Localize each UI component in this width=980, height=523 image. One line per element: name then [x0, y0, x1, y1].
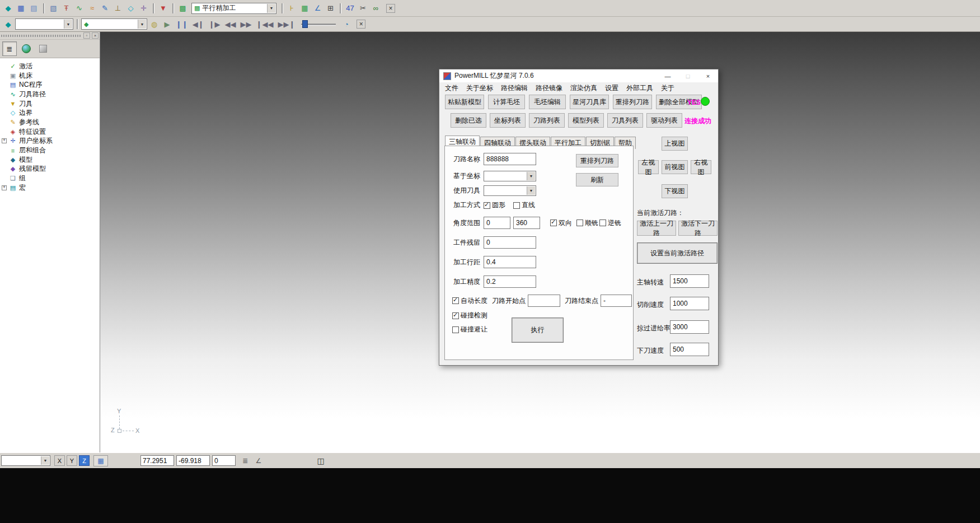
grid-toggle-button[interactable]: ▦	[93, 455, 108, 466]
toolpath-icon[interactable]: ∿	[73, 2, 85, 14]
clock-icon[interactable]: ◔	[340, 18, 352, 30]
calculator-icon[interactable]: ⊞	[325, 2, 336, 14]
coord-dropdown[interactable]: ▼	[484, 171, 536, 181]
checkbox-box[interactable]	[452, 297, 459, 304]
tree-item-boundaries[interactable]: ◇ 边界	[0, 108, 100, 118]
dialog-button[interactable]: 模型列表	[568, 113, 604, 128]
maximize-icon[interactable]: □	[678, 69, 698, 82]
rewind-icon[interactable]: ◀◀	[223, 18, 238, 30]
strategies-icon[interactable]: ▩	[177, 2, 189, 14]
set-active-path-button[interactable]: 设置当前激活路径	[637, 242, 718, 264]
refresh-button[interactable]: 刷新	[576, 173, 618, 186]
tree-item-levels-sets[interactable]: ≡ 层和组合	[0, 146, 100, 155]
tool-icon[interactable]: ⊥	[112, 2, 124, 14]
dialog-button[interactable]: 驱动列表	[646, 113, 682, 128]
dialog-button[interactable]: 毛坯编辑	[529, 95, 566, 109]
tree-item-machine[interactable]: ▣ 机床	[0, 71, 100, 81]
tree-item-patterns[interactable]: ✎ 参考线	[0, 118, 100, 127]
tree-item-groups[interactable]: ❏ 组	[0, 174, 100, 183]
x-axis-button[interactable]: X	[54, 455, 65, 466]
binoculars-icon[interactable]: ∞	[370, 2, 382, 14]
stats-icon[interactable]: 47	[344, 2, 356, 14]
coord-y-field[interactable]: -69.918	[176, 455, 210, 466]
tree-item-models[interactable]: ◆ 模型	[0, 155, 100, 165]
checkbox-box[interactable]	[550, 220, 557, 226]
stock-input[interactable]: 0	[484, 236, 536, 249]
sim-tool-dropdown[interactable]: ◆ ▼	[81, 18, 147, 30]
step-forward-icon[interactable]: ❙▶	[207, 18, 222, 30]
explorer-globe-button[interactable]	[19, 41, 34, 56]
angle-from-input[interactable]: 0	[484, 217, 510, 229]
dialog-button[interactable]: 粘贴新模型	[445, 95, 484, 109]
chevron-down-icon[interactable]: ▼	[527, 186, 535, 195]
chevron-down-icon[interactable]: ▼	[527, 172, 535, 180]
print-icon[interactable]: ▤	[28, 2, 40, 14]
checkbox-box[interactable]	[576, 220, 583, 226]
powermill-icon[interactable]: ◆	[2, 18, 14, 30]
powermill-icon[interactable]: ◆	[2, 2, 14, 14]
axes-draw-icon[interactable]: ∠	[254, 456, 264, 466]
tolerance-input[interactable]: 0.2	[484, 275, 536, 288]
tree-item-nc-programs[interactable]: ▤ NC程序	[0, 80, 100, 90]
dialog-button[interactable]: 星河刀具库	[570, 95, 609, 109]
view-bottom-button[interactable]: 下视图	[662, 184, 688, 198]
explorer-tree-button[interactable]: ≣	[2, 41, 17, 56]
dialog-button[interactable]: 删除已选	[451, 113, 486, 128]
view-front-button[interactable]: 前视图	[662, 160, 688, 174]
menu-item[interactable]: 设置	[601, 82, 622, 94]
chevron-down-icon[interactable]: ▼	[64, 20, 72, 29]
checkbox-box[interactable]	[484, 202, 490, 209]
y-axis-button[interactable]: Y	[67, 455, 77, 466]
sim-toolbar-close-button[interactable]: ×	[357, 20, 365, 29]
explorer-model-button[interactable]	[36, 41, 50, 56]
stepover-input[interactable]: 0.4	[484, 256, 536, 268]
block-icon[interactable]: ▧	[48, 2, 59, 14]
chevron-down-icon[interactable]: ▼	[138, 20, 146, 29]
status-view-dropdown[interactable]: ▼	[1, 455, 50, 466]
tree-item-feature-sets[interactable]: ◈ 特征设置	[0, 127, 100, 137]
float-panel-icon[interactable]: ▫	[83, 32, 90, 39]
drag-grip[interactable]	[1, 35, 82, 37]
play-icon[interactable]: ▶	[161, 18, 173, 30]
checkbox-box[interactable]	[513, 202, 520, 209]
pattern-icon[interactable]: ✎	[99, 2, 111, 14]
collision-check-checkbox[interactable]: 碰撞检测	[452, 311, 487, 320]
fast-forward-icon[interactable]: ▶▶	[239, 18, 254, 30]
z-axis-button[interactable]: Z	[79, 455, 90, 466]
rearrange-toolpaths-button[interactable]: 重排列刀路	[576, 154, 618, 167]
cutting-feed-input[interactable]: 1000	[670, 297, 709, 310]
simulation-speed-slider[interactable]	[301, 20, 336, 29]
go-end-icon[interactable]: ▶▶❙	[276, 18, 297, 30]
checkbox-box[interactable]	[599, 220, 606, 226]
checkbox-box[interactable]	[452, 312, 459, 319]
measure-icon[interactable]: ∠	[312, 2, 323, 14]
expander-icon[interactable]	[2, 185, 7, 190]
tool-dropdown[interactable]: ▼	[484, 185, 536, 196]
dialog-button[interactable]: 计算毛坯	[488, 95, 525, 109]
pause-icon[interactable]: ❙❙	[174, 18, 190, 30]
tree-item-toolpaths[interactable]: ∿ 刀具路径	[0, 90, 100, 99]
list-query-icon[interactable]: ≣	[240, 456, 250, 466]
minimize-icon[interactable]: —	[658, 69, 678, 82]
line-checkbox[interactable]: 直线	[513, 200, 535, 210]
climb-checkbox[interactable]: 顺铣	[576, 218, 598, 228]
skim-feed-input[interactable]: 3000	[670, 320, 709, 334]
explorer-header[interactable]: ▫ ×	[0, 32, 100, 40]
tree-item-activate[interactable]: ✓ 激活	[0, 62, 100, 71]
probe-icon[interactable]: ⊦	[286, 2, 298, 14]
view-right-button[interactable]: 右视图	[691, 160, 711, 174]
view-top-button[interactable]: 上视图	[662, 137, 688, 151]
tree-item-tools[interactable]: ▼ 刀具	[0, 99, 100, 109]
tree-item-workplanes[interactable]: ✛ 用户坐标系	[0, 137, 100, 146]
dialog-button[interactable]: 刀具列表	[607, 113, 643, 128]
checkbox-box[interactable]	[452, 326, 459, 333]
go-start-icon[interactable]: ❙◀◀	[255, 18, 275, 30]
view-left-button[interactable]: 左视图	[638, 160, 659, 174]
split-view-icon[interactable]: ◫	[315, 456, 326, 465]
start-point-input[interactable]	[528, 295, 560, 307]
collision-avoid-checkbox[interactable]: 碰撞避让	[452, 325, 487, 334]
activate-prev-toolpath-button[interactable]: 激活上一刀路	[637, 221, 676, 236]
spindle-speed-input[interactable]: 1500	[670, 274, 709, 288]
boundary-icon[interactable]: ◇	[125, 2, 137, 14]
lightbulb-icon[interactable]: ◍	[148, 18, 160, 30]
